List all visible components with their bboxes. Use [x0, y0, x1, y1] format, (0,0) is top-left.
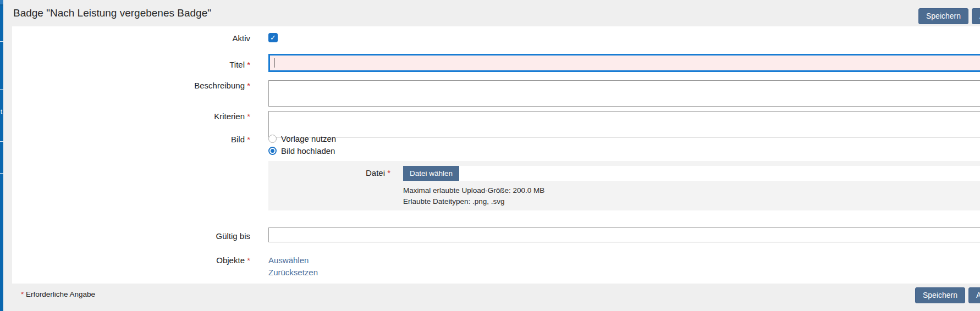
required-field-note: * Erforderliche Angabe: [21, 290, 95, 298]
beschreibung-label: Beschreibung *: [12, 80, 250, 91]
titel-label: Titel *: [12, 56, 250, 70]
toolbar-bottom: Speichern Abbrechen: [915, 287, 980, 303]
required-asterisk: *: [247, 256, 250, 265]
radio-label: Bild hochladen: [281, 146, 335, 156]
aktiv-checkbox[interactable]: ✓: [268, 33, 278, 42]
sidebar-divider: [0, 4, 3, 5]
datei-label: Datei *: [268, 166, 390, 181]
sidebar-divider: [0, 173, 3, 174]
form-row-aktiv: Aktiv ✓: [12, 33, 980, 44]
badge-form: Aktiv ✓ Titel * Beschreibung *: [12, 26, 980, 284]
kriterien-textarea[interactable]: [268, 111, 980, 137]
form-row-gueltig-bis: Gültig bis: [12, 227, 980, 242]
cancel-button[interactable]: Abbrechen: [968, 287, 980, 303]
file-upload-info: Maximal erlaubte Upload-Größe: 200.0 MB …: [403, 185, 544, 207]
max-upload-size-note: Maximal erlaubte Upload-Größe: 200.0 MB: [403, 185, 544, 196]
form-row-objekte: Objekte * Auswählen Zurücksetzen: [12, 255, 980, 277]
badge-edit-screen: t Badge "Nach Leistung vergebenes Badge"…: [0, 0, 980, 311]
form-row-kriterien: Kriterien *: [12, 111, 980, 137]
radio-icon-selected[interactable]: [268, 147, 277, 155]
text-caret: [274, 58, 274, 68]
cancel-button[interactable]: Abbrechen: [972, 8, 980, 24]
radio-icon-unselected[interactable]: [268, 135, 277, 143]
objekte-zuruecksetzen-link[interactable]: Zurücksetzen: [268, 267, 318, 277]
sidebar-divider: [0, 89, 3, 90]
required-asterisk: *: [247, 112, 250, 121]
objekte-label: Objekte *: [12, 255, 250, 266]
sidebar-divider: [0, 141, 3, 142]
titlebar: Badge "Nach Leistung vergebenes Badge" S…: [3, 0, 980, 26]
sidebar-cutoff-label: t: [1, 108, 2, 115]
file-choose-button[interactable]: Datei wählen: [403, 166, 459, 181]
gueltig-bis-input[interactable]: [268, 227, 980, 242]
aktiv-label: Aktiv: [12, 33, 250, 44]
page-title: Badge "Nach Leistung vergebenes Badge": [13, 7, 211, 19]
beschreibung-textarea[interactable]: [268, 80, 980, 107]
save-button[interactable]: Speichern: [915, 287, 965, 303]
radio-label: Vorlage nutzen: [281, 134, 336, 143]
save-button[interactable]: Speichern: [918, 8, 968, 24]
required-asterisk: *: [21, 290, 24, 298]
collapsed-sidebar-strip[interactable]: t: [0, 0, 3, 311]
radio-vorlage-nutzen[interactable]: Vorlage nutzen: [268, 134, 336, 143]
allowed-filetypes-note: Erlaubte Dateitypen: .png, .svg: [403, 196, 544, 207]
file-input[interactable]: Datei wählen: [403, 166, 980, 181]
sidebar-divider: [0, 41, 3, 42]
kriterien-label: Kriterien *: [12, 111, 250, 122]
titel-input[interactable]: [268, 54, 980, 72]
check-icon: ✓: [270, 34, 276, 42]
required-asterisk: *: [387, 168, 390, 177]
objekte-auswaehlen-link[interactable]: Auswählen: [268, 255, 318, 265]
gueltig-bis-label: Gültig bis: [12, 229, 250, 242]
sidebar-segment: [0, 0, 3, 4]
form-row-bild: Bild * Vorlage nutzen Bild hochladen: [12, 134, 980, 156]
bild-label: Bild *: [12, 134, 250, 145]
form-footer: * Erforderliche Angabe Speichern Abbrech…: [0, 284, 980, 311]
required-asterisk: *: [247, 81, 250, 90]
radio-bild-hochladen[interactable]: Bild hochladen: [268, 146, 336, 156]
form-row-titel: Titel *: [12, 54, 980, 72]
datei-subsection: Datei * Datei wählen Maximal erlaubte Up…: [268, 161, 980, 210]
required-asterisk: *: [247, 60, 250, 69]
required-asterisk: *: [247, 135, 250, 144]
toolbar-top: Speichern Abbrechen: [918, 8, 980, 24]
form-row-beschreibung: Beschreibung *: [12, 80, 980, 107]
